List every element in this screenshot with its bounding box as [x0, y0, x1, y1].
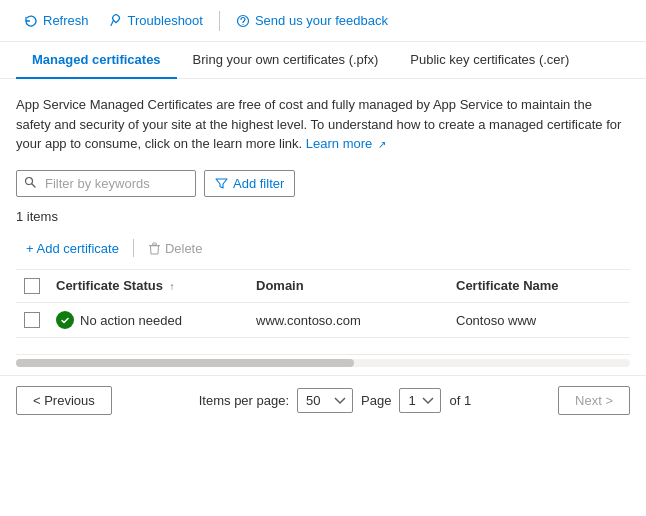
status-success-icon: [56, 311, 74, 329]
page-label: Page: [361, 393, 391, 408]
page-select[interactable]: 1: [399, 388, 441, 413]
row-domain-cell: www.contoso.com: [248, 303, 448, 338]
action-bar: + Add certificate Delete: [16, 236, 630, 270]
pagination-footer: < Previous Items per page: 10 25 50 100 …: [0, 375, 646, 425]
tab-managed-certificates[interactable]: Managed certificates: [16, 42, 177, 79]
table-header: Certificate Status ↑ Domain Certificate …: [16, 270, 630, 303]
table-header-status[interactable]: Certificate Status ↑: [48, 270, 248, 303]
search-icon: [24, 176, 36, 191]
learn-more-link[interactable]: Learn more ↗: [306, 136, 386, 151]
sort-arrow-icon: ↑: [170, 281, 175, 292]
feedback-label: Send us your feedback: [255, 13, 388, 28]
add-filter-button[interactable]: Add filter: [204, 170, 295, 197]
toolbar-divider: [219, 11, 220, 31]
svg-rect-4: [152, 243, 156, 245]
description-text: App Service Managed Certificates are fre…: [16, 95, 630, 154]
feedback-button[interactable]: Send us your feedback: [228, 8, 396, 33]
table-row: No action needed www.contoso.com Contoso…: [16, 303, 630, 338]
filter-row: Add filter: [16, 170, 630, 197]
action-divider: [133, 239, 134, 257]
filter-input[interactable]: [16, 170, 196, 197]
refresh-label: Refresh: [43, 13, 89, 28]
table-header-domain[interactable]: Domain: [248, 270, 448, 303]
items-count: 1 items: [16, 209, 630, 224]
row-checkbox-cell: [16, 303, 48, 338]
refresh-icon: [24, 14, 38, 28]
troubleshoot-icon: [109, 14, 123, 28]
delete-icon: [148, 242, 161, 255]
next-button[interactable]: Next >: [558, 386, 630, 415]
row-status-cell: No action needed: [48, 303, 248, 338]
external-link-icon: ↗: [378, 139, 386, 150]
add-filter-label: Add filter: [233, 176, 284, 191]
table-body: No action needed www.contoso.com Contoso…: [16, 303, 630, 338]
delete-button[interactable]: Delete: [138, 236, 213, 261]
horizontal-scrollbar[interactable]: [16, 354, 630, 371]
of-label: of 1: [449, 393, 471, 408]
main-content: App Service Managed Certificates are fre…: [0, 79, 646, 354]
scrollbar-thumb[interactable]: [16, 359, 354, 367]
troubleshoot-button[interactable]: Troubleshoot: [101, 8, 211, 33]
troubleshoot-label: Troubleshoot: [128, 13, 203, 28]
row-certname-cell: Contoso www: [448, 303, 630, 338]
table-header-checkbox-col: [16, 270, 48, 303]
table-header-certname[interactable]: Certificate Name: [448, 270, 630, 303]
svg-point-2: [26, 177, 33, 184]
items-per-page-select[interactable]: 10 25 50 100: [297, 388, 353, 413]
funnel-icon: [215, 177, 228, 190]
feedback-icon: [236, 14, 250, 28]
refresh-button[interactable]: Refresh: [16, 8, 97, 33]
toolbar: Refresh Troubleshoot Send us your feedba…: [0, 0, 646, 42]
select-all-checkbox[interactable]: [24, 278, 40, 294]
add-certificate-button[interactable]: + Add certificate: [16, 236, 129, 261]
filter-input-wrap: [16, 170, 196, 197]
svg-point-1: [242, 23, 243, 24]
row-status-label: No action needed: [80, 313, 182, 328]
items-per-page-label: Items per page:: [199, 393, 289, 408]
tabs: Managed certificates Bring your own cert…: [0, 42, 646, 79]
scrollbar-track: [16, 359, 630, 367]
tab-pfx-certificates[interactable]: Bring your own certificates (.pfx): [177, 42, 395, 79]
previous-button[interactable]: < Previous: [16, 386, 112, 415]
pagination-center: Items per page: 10 25 50 100 Page 1 of 1: [199, 388, 471, 413]
tab-cer-certificates[interactable]: Public key certificates (.cer): [394, 42, 585, 79]
certificates-table: Certificate Status ↑ Domain Certificate …: [16, 270, 630, 339]
row-checkbox[interactable]: [24, 312, 40, 328]
